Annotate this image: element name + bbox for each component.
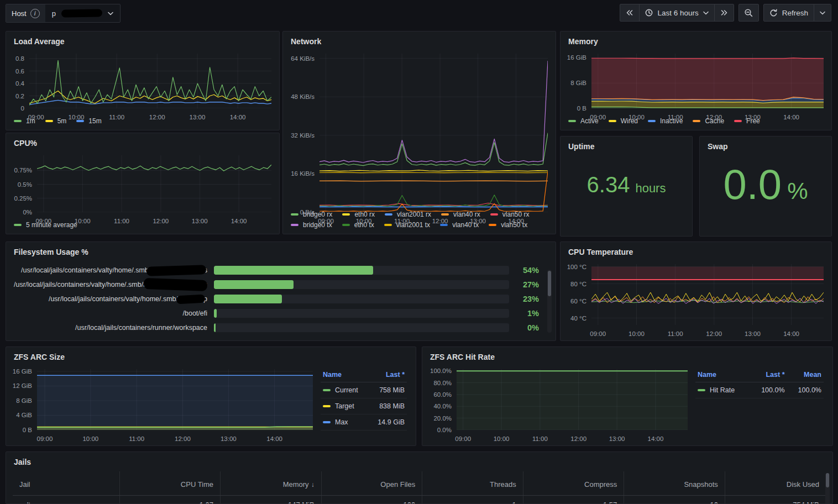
info-icon[interactable]: i [30, 9, 40, 18]
x-axis-tick: 11:00 [532, 435, 548, 442]
x-axis-tick: 11:00 [668, 330, 683, 337]
legend-marker [698, 389, 705, 391]
legend-series[interactable]: Target [321, 398, 369, 414]
panel-zfs-arc-hit-rate: ZFS ARC Hit Rate 0.0%20.0%40.0%60.0%80.0… [422, 347, 833, 446]
redaction-blob [146, 265, 206, 276]
filesystem-value: 54% [516, 266, 539, 275]
panel-title: Memory [561, 32, 831, 46]
chevron-down-icon [820, 11, 825, 15]
panel-uptime: Uptime 6.34 hours [560, 136, 693, 237]
x-axis-tick: 11:00 [668, 114, 683, 120]
jails-column-header[interactable]: Compress [523, 471, 624, 496]
x-axis-tick: 12:00 [175, 435, 191, 442]
x-axis-tick: 09:00 [590, 330, 606, 337]
chart-canvas[interactable] [457, 369, 688, 430]
panel-swap: Swap 0.0 % [699, 136, 832, 237]
panel-title: ZFS ARC Hit Rate [422, 347, 832, 362]
y-axis-tick: 0.75% [14, 167, 32, 174]
scrollbar-track[interactable] [547, 270, 552, 333]
legend-table-header[interactable]: Name [321, 369, 369, 382]
legend-table-header[interactable]: Last * [369, 369, 407, 382]
legend-table-header[interactable]: Last * [750, 369, 787, 382]
y-axis-tick: 0% [23, 209, 32, 216]
filesystem-bar-track[interactable] [214, 323, 509, 332]
table-row[interactable]: valty1.07147 MiB10011.5710754 MiB [13, 496, 826, 504]
chart-canvas[interactable] [29, 54, 271, 108]
scrollbar-thumb[interactable] [826, 473, 829, 487]
filesystem-value: 1% [516, 309, 539, 318]
chart-canvas[interactable] [591, 54, 824, 108]
chart-canvas[interactable] [591, 264, 824, 325]
panel-title: CPU% [6, 133, 279, 148]
y-axis-tick: 0.6 [15, 68, 24, 75]
panel-memory: Memory 0 B8 GiB16 GiB09:0010:0011:0012:0… [560, 31, 832, 130]
y-axis-tick: 0.5% [18, 181, 32, 188]
x-axis-tick: 14:00 [266, 435, 282, 442]
jails-column-header[interactable]: Threads [422, 471, 523, 496]
filesystem-row: /usr/local/jails/containers/runner/works… [14, 323, 539, 332]
filesystem-bar-fill [214, 309, 217, 318]
x-axis-tick: 10:00 [82, 435, 98, 442]
panel-title: ZFS ARC Size [6, 347, 416, 362]
filesystem-bar-track[interactable] [214, 280, 509, 289]
jails-column-header[interactable]: Snapshots [624, 471, 725, 496]
legend-series[interactable]: Current [321, 382, 369, 398]
legend-value: 838 MiB [369, 398, 407, 414]
scrollbar-thumb[interactable] [548, 271, 551, 296]
y-axis-tick: 48 KiB/s [291, 93, 315, 100]
y-axis-tick: 12 GiB [13, 382, 32, 389]
y-axis-tick: 60.0% [433, 391, 452, 398]
zoom-out-button[interactable] [739, 4, 759, 22]
refresh-interval-dropdown[interactable] [814, 4, 831, 22]
panel-title: CPU Temperature [561, 242, 831, 257]
jails-column-header[interactable]: Open Files [321, 471, 422, 496]
y-axis-tick: 0 B [577, 105, 586, 112]
legend-series[interactable]: Max [321, 414, 369, 431]
double-chevron-right-icon [720, 10, 728, 15]
y-axis-tick: 16 KiB/s [291, 170, 315, 177]
x-axis-tick: 12:00 [432, 218, 448, 224]
scrollbar-track[interactable] [825, 473, 830, 504]
refresh-button[interactable]: Refresh [763, 4, 814, 22]
filesystem-bar-fill [214, 323, 216, 332]
time-range-picker[interactable]: Last 6 hours [639, 4, 714, 22]
chart-canvas[interactable] [37, 369, 313, 430]
time-shift-back-button[interactable] [620, 4, 640, 22]
y-axis-tick: 0.4 [15, 80, 24, 87]
double-chevron-left-icon [626, 10, 633, 15]
jails-column-header[interactable]: Disk Used [725, 471, 826, 496]
x-axis-tick: 10:00 [69, 114, 85, 120]
x-axis-tick: 14:00 [648, 435, 664, 442]
x-axis-tick: 11:00 [114, 218, 129, 224]
filesystem-bar-track[interactable] [214, 295, 509, 303]
jails-column-header[interactable]: Jail [13, 471, 119, 496]
legend-marker [323, 405, 331, 407]
time-shift-forward-button[interactable] [714, 4, 734, 22]
legend-series[interactable]: Hit Rate [695, 382, 750, 398]
filesystem-bar-track[interactable] [214, 309, 509, 318]
x-axis-tick: 14:00 [508, 218, 524, 224]
jails-cell: 1.07 [119, 496, 221, 504]
panel-jails: Jails JailCPU TimeMemory↓Open FilesThrea… [6, 452, 833, 504]
legend-table-header[interactable]: Mean [787, 369, 824, 382]
filesystem-bar-track[interactable] [214, 266, 509, 275]
jails-column-header[interactable]: Memory↓ [221, 471, 322, 496]
filesystem-row: /boot/efi 1% [14, 309, 539, 318]
y-axis-tick: 32 KiB/s [291, 132, 315, 139]
y-axis-tick: 100 °C [567, 264, 586, 270]
x-axis-tick: 11:00 [394, 218, 410, 224]
legend-table-header[interactable]: Name [695, 369, 750, 382]
y-axis-tick: 16 GiB [13, 368, 32, 375]
x-axis-tick: 09:00 [318, 218, 334, 224]
y-axis-tick: 40.0% [433, 403, 452, 410]
x-axis-tick: 14:00 [783, 330, 799, 337]
host-dropdown[interactable]: p [45, 4, 120, 22]
host-variable-picker[interactable]: Host i p [6, 4, 121, 23]
y-axis-tick: 8 GiB [570, 80, 586, 86]
jails-column-header[interactable]: CPU Time [119, 471, 221, 496]
filesystem-path: /boot/efi [14, 309, 207, 317]
chart-canvas[interactable] [320, 54, 548, 212]
y-axis-tick: 0.8 [15, 55, 24, 62]
chart-canvas[interactable] [37, 155, 271, 212]
x-axis-tick: 14:00 [783, 114, 799, 120]
